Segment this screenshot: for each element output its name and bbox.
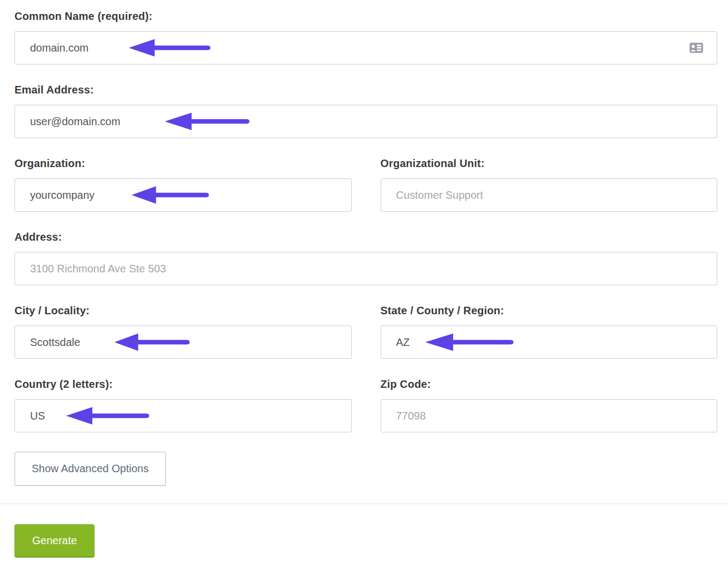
zip-label: Zip Code:	[381, 378, 718, 390]
zip-input[interactable]	[381, 399, 718, 432]
field-city: City / Locality:	[14, 305, 352, 359]
city-input-wrap	[14, 326, 352, 359]
show-advanced-options-button[interactable]: Show Advanced Options	[14, 452, 166, 486]
city-input[interactable]	[14, 326, 352, 359]
country-label: Country (2 letters):	[14, 378, 352, 390]
organization-input-wrap	[14, 178, 352, 212]
field-state: State / County / Region:	[381, 305, 718, 359]
field-organization: Organization:	[14, 157, 352, 212]
city-label: City / Locality:	[14, 305, 352, 316]
email-label: Email Address:	[14, 84, 717, 96]
csr-generator-form: Common Name (required): Email Address:	[0, 0, 728, 579]
state-input[interactable]	[381, 326, 718, 359]
country-input-wrap	[14, 399, 352, 432]
address-label: Address:	[14, 231, 717, 243]
zip-input-wrap	[381, 399, 718, 432]
state-input-wrap	[381, 326, 718, 359]
address-input[interactable]	[14, 252, 717, 285]
row-country-zip: Country (2 letters): Zip Code:	[14, 378, 717, 452]
common-name-input[interactable]	[14, 31, 717, 64]
field-address: Address:	[14, 231, 717, 285]
address-input-wrap	[14, 252, 717, 285]
common-name-input-wrap	[14, 31, 717, 64]
field-common-name: Common Name (required):	[14, 10, 717, 64]
field-organizational-unit: Organizational Unit:	[381, 157, 718, 212]
organizational-unit-label: Organizational Unit:	[381, 157, 718, 169]
field-country: Country (2 letters):	[14, 378, 352, 432]
organizational-unit-input-wrap	[381, 178, 718, 212]
common-name-label: Common Name (required):	[14, 10, 717, 22]
state-label: State / County / Region:	[381, 305, 718, 316]
row-organization: Organization: Organizational Unit:	[14, 157, 717, 231]
contact-card-icon[interactable]	[689, 42, 703, 53]
generate-button[interactable]: Generate	[14, 524, 94, 558]
field-zip: Zip Code:	[381, 378, 718, 432]
email-input[interactable]	[14, 105, 717, 138]
organization-label: Organization:	[14, 157, 352, 169]
organization-input[interactable]	[14, 178, 352, 212]
organizational-unit-input[interactable]	[381, 178, 718, 212]
row-city-state: City / Locality: State / County / Region…	[14, 305, 717, 378]
country-input[interactable]	[14, 399, 352, 432]
email-input-wrap	[14, 105, 717, 138]
field-email: Email Address:	[14, 84, 717, 138]
section-divider	[0, 503, 728, 504]
